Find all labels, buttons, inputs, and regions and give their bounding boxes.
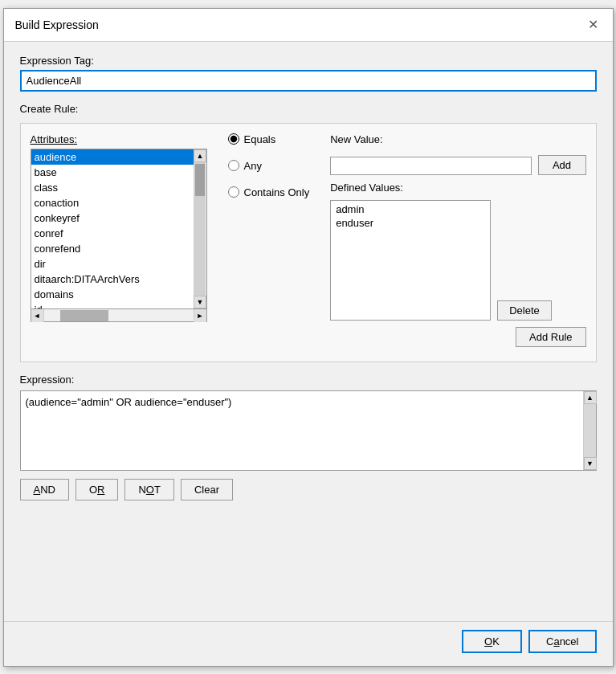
add-value-button[interactable]: Add <box>538 155 586 175</box>
list-item[interactable]: class <box>31 180 194 195</box>
listbox-container: audience base class conaction conkeyref … <box>31 149 207 322</box>
new-value-row: Add <box>330 155 585 175</box>
not-underline: NOT <box>138 484 160 496</box>
scroll-right-btn[interactable]: ► <box>194 309 206 322</box>
radio-any-input[interactable] <box>228 160 239 171</box>
close-button[interactable]: ✕ <box>585 17 602 33</box>
dialog-footer: OK Cancel <box>4 621 613 666</box>
create-rule-panel: Attributes: audience base class conactio… <box>20 123 597 362</box>
expr-scroll-track <box>584 404 596 457</box>
hscroll-track <box>44 309 194 321</box>
attributes-panel: Attributes: audience base class conactio… <box>31 133 207 322</box>
list-item[interactable]: conrefend <box>31 241 194 256</box>
expression-tag-section: Expression Tag: <box>20 55 597 92</box>
list-item[interactable]: conaction <box>31 195 194 210</box>
add-rule-row: Add Rule <box>31 322 586 352</box>
expr-scroll-down[interactable]: ▼ <box>584 457 597 470</box>
attributes-listbox[interactable]: audience base class conaction conkeyref … <box>31 149 194 308</box>
scroll-left-btn[interactable]: ◄ <box>31 309 44 322</box>
radio-any-label: Any <box>244 160 262 172</box>
hscroll-thumb[interactable] <box>60 310 108 321</box>
attributes-hscrollbar[interactable]: ◄ ► <box>31 309 207 322</box>
create-rule-label: Create Rule: <box>20 103 597 115</box>
and-underline: AND <box>34 484 55 496</box>
radio-equals-input[interactable] <box>228 133 239 145</box>
radio-contains-only-input[interactable] <box>228 186 239 198</box>
clear-button[interactable]: Clear <box>181 479 233 500</box>
list-item[interactable]: dir <box>31 256 194 272</box>
title-bar: Build Expression ✕ <box>4 9 613 42</box>
radio-panel: Equals Any Contains Only <box>220 133 318 198</box>
list-item[interactable]: audience <box>31 149 194 165</box>
scroll-track <box>194 162 206 296</box>
scroll-thumb[interactable] <box>195 164 205 196</box>
new-value-input[interactable] <box>330 157 531 175</box>
list-item[interactable]: domains <box>31 287 194 302</box>
defined-values-label: Defined Values: <box>330 182 585 194</box>
not-button[interactable]: NOT <box>124 479 173 500</box>
radio-contains-only-label: Contains Only <box>244 186 310 198</box>
or-button[interactable]: OR <box>75 479 119 500</box>
expression-label: Expression: <box>20 374 597 386</box>
list-item[interactable]: base <box>31 165 194 180</box>
defined-values-box: admin enduser Delete <box>330 200 585 321</box>
ok-button[interactable]: OK <box>462 630 522 653</box>
new-value-panel: New Value: Add Defined Values: admin end… <box>330 133 585 321</box>
create-rule-section: Create Rule: Attributes: audience base c… <box>20 103 597 362</box>
radio-equals[interactable]: Equals <box>228 133 310 145</box>
list-item[interactable]: enduser <box>334 216 487 230</box>
or-underline: OR <box>89 484 105 496</box>
expression-section: Expression: (audience="admin" OR audienc… <box>20 374 597 504</box>
scroll-down-btn[interactable]: ▼ <box>194 296 206 308</box>
rule-content: Attributes: audience base class conactio… <box>31 133 586 322</box>
radio-any[interactable]: Any <box>228 160 310 172</box>
list-item[interactable]: conref <box>31 226 194 241</box>
and-button[interactable]: AND <box>20 479 69 500</box>
expression-textarea[interactable]: (audience="admin" OR audience="enduser") <box>21 391 583 470</box>
radio-contains-only[interactable]: Contains Only <box>228 186 310 198</box>
add-rule-button[interactable]: Add Rule <box>516 327 585 347</box>
cancel-button[interactable]: Cancel <box>528 630 596 653</box>
list-item[interactable]: admin <box>334 202 487 216</box>
build-expression-dialog: Build Expression ✕ Expression Tag: Creat… <box>3 8 614 667</box>
expression-vscrollbar[interactable]: ▲ ▼ <box>583 391 596 470</box>
defined-values-list[interactable]: admin enduser <box>330 200 491 321</box>
listbox-wrapper: audience base class conaction conkeyref … <box>31 149 207 309</box>
list-item[interactable]: id <box>31 302 194 308</box>
attributes-vscrollbar[interactable]: ▲ ▼ <box>194 149 206 308</box>
ok-label: OK <box>484 635 500 647</box>
delete-btn-container: Delete <box>491 200 552 321</box>
new-value-label: New Value: <box>330 133 585 145</box>
list-item[interactable]: conkeyref <box>31 210 194 226</box>
list-item[interactable]: ditaarch:DITAArchVers <box>31 272 194 287</box>
expression-tag-label: Expression Tag: <box>20 55 597 67</box>
expression-tag-input[interactable] <box>20 70 597 92</box>
dialog-body: Expression Tag: Create Rule: Attributes:… <box>4 42 613 621</box>
operator-row: AND OR NOT Clear <box>20 476 597 504</box>
expression-textarea-wrapper: (audience="admin" OR audience="enduser")… <box>20 390 597 471</box>
scroll-up-btn[interactable]: ▲ <box>194 149 206 162</box>
attributes-label: Attributes: <box>31 133 207 145</box>
delete-button[interactable]: Delete <box>497 300 552 321</box>
dialog-title: Build Expression <box>15 18 99 31</box>
radio-equals-label: Equals <box>244 133 276 145</box>
cancel-label: Cancel <box>546 635 578 647</box>
expr-scroll-up[interactable]: ▲ <box>584 391 597 404</box>
